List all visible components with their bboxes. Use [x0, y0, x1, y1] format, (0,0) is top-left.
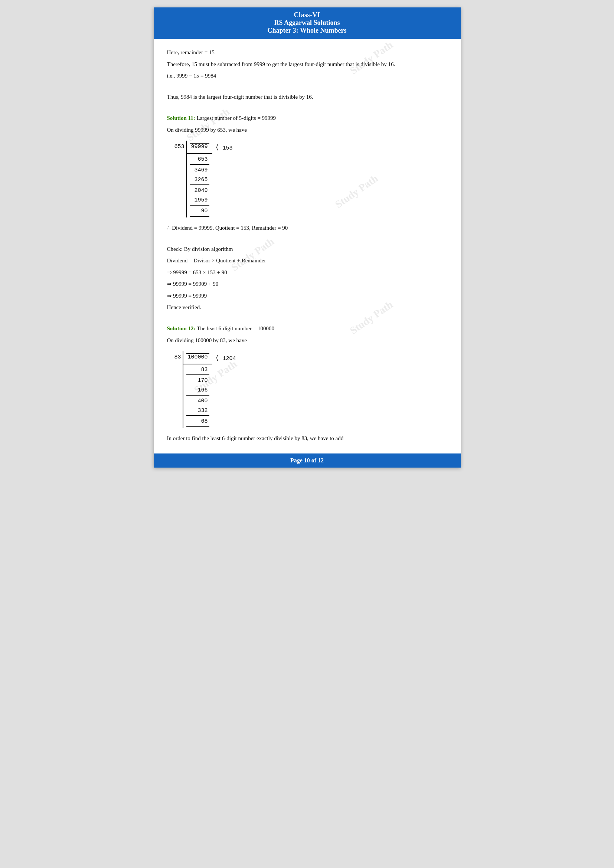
div2-step2-sub: 166 [186, 386, 209, 395]
page: Class-VI RS Aggarwal Solutions Chapter 3… [154, 8, 460, 468]
div1-dividend-cell: 99999 [186, 141, 212, 153]
div2-paren-quotient: ⟨ 1204 [212, 351, 236, 364]
check-line1: Dividend = Divisor × Quotient + Remainde… [167, 256, 447, 266]
div1-step1-sub: 653 [190, 155, 209, 164]
div2-dividend-cell: 100000 [183, 351, 212, 364]
solution11-text2: On dividing 99999 by 653, we have [167, 126, 447, 135]
solution11-result: ∴ Dividend = 99999, Quotient = 153, Rema… [167, 223, 447, 233]
page-footer: Page 10 of 12 [154, 454, 460, 468]
div1-divisor: 653 [174, 141, 186, 153]
division1: 653 99999 ⟨ 153 653 3469 3265 [174, 141, 447, 217]
header-class: Class-VI [161, 11, 453, 19]
check-line4: ⇒ 99999 = 99999 [167, 291, 447, 301]
div2-dividend: 100000 [186, 353, 209, 360]
header-solutions: RS Aggarwal Solutions [161, 19, 453, 27]
header-chapter: Chapter 3: Whole Numbers [161, 27, 453, 34]
page-number: Page 10 of 12 [290, 457, 324, 463]
main-content: Here, remainder = 15 Therefore, 15 must … [154, 39, 460, 468]
solution11-heading: Solution 11: Largest number of 5-digits … [167, 113, 447, 123]
check-line2: ⇒ 99999 = 653 × 153 + 90 [167, 268, 447, 277]
div2-step1-sub: 83 [186, 365, 209, 375]
check-verified: Hence verified. [167, 303, 447, 313]
intro-ie: i.e., 9999 − 15 = 9984 [167, 71, 447, 81]
div1-final-line [190, 216, 209, 217]
check-label: Check: By division algorithm [167, 245, 447, 254]
div1-step2-rem: 2049 [190, 186, 209, 195]
solution11-label: Solution 11: [167, 115, 195, 121]
solution12-label: Solution 12: [167, 326, 195, 332]
div1-step3-rem: 90 [190, 206, 209, 216]
intro-thus: Thus, 9984 is the largest four-digit num… [167, 92, 447, 102]
div1-dividend: 99999 [190, 143, 209, 150]
solution12-text1: The least 6-digit number = 100000 [197, 326, 274, 332]
div1-step1-line [190, 164, 209, 165]
solution11-text1: Largest number of 5-digits = 99999 [197, 115, 276, 121]
intro-remainder: Here, remainder = 15 [167, 48, 447, 57]
div2-step2-line [186, 395, 209, 395]
div1-paren-quotient: ⟨ 153 [212, 141, 233, 153]
intro-therefore: Therefore, 15 must be subtracted from 99… [167, 60, 447, 70]
div1-step3-line [190, 205, 209, 206]
div1-step1-rem: 3469 [190, 166, 209, 175]
div2-final-line [186, 426, 209, 427]
division2: 83 100000 ⟨ 1204 83 170 166 [174, 351, 447, 428]
div2-step3-rem: 68 [186, 417, 209, 426]
solution12-text3: In order to find the least 6-digit numbe… [167, 434, 447, 443]
div1-step2-line [190, 184, 209, 185]
div2-step2-rem: 400 [186, 396, 209, 406]
div2-step3-line [186, 415, 209, 416]
div2-step3-sub: 332 [186, 406, 209, 415]
div2-step1-rem: 170 [186, 376, 209, 386]
solution12-heading: Solution 12: The least 6-digit number = … [167, 324, 447, 333]
div2-divisor: 83 [174, 351, 183, 364]
div2-step1-line [186, 374, 209, 375]
div1-step3-sub: 1959 [190, 195, 209, 205]
page-header: Class-VI RS Aggarwal Solutions Chapter 3… [154, 8, 460, 39]
div1-step2-sub: 3265 [190, 175, 209, 185]
solution12-text2: On dividing 100000 by 83, we have [167, 336, 447, 346]
check-line3: ⇒ 99999 = 99909 + 90 [167, 279, 447, 289]
